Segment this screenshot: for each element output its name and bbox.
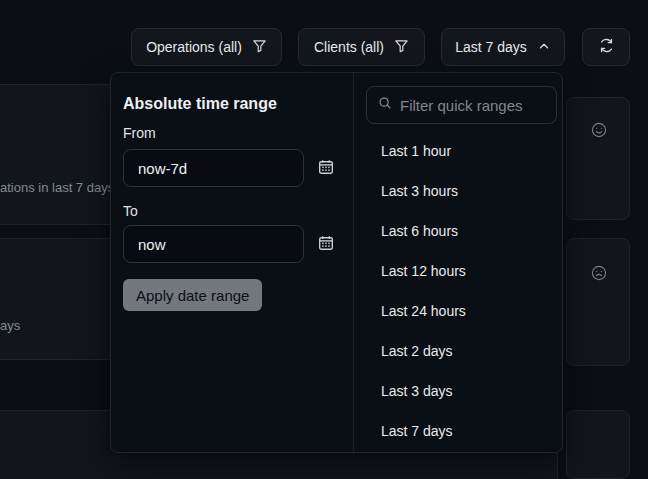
quick-range-option[interactable]: Last 24 hours <box>354 291 562 331</box>
quick-ranges-filter-input[interactable] <box>400 97 545 114</box>
background-stat-card <box>566 97 630 220</box>
to-input[interactable] <box>123 225 304 263</box>
stat-subtitle-fragment: ations in last 7 days <box>0 180 114 195</box>
to-calendar-button[interactable] <box>315 233 337 255</box>
from-label: From <box>123 125 156 141</box>
quick-range-option[interactable]: Last 2 days <box>354 331 562 371</box>
funnel-icon <box>252 38 267 56</box>
stat-subtitle-fragment: ays <box>0 318 20 333</box>
clients-filter-button[interactable]: Clients (all) <box>298 28 425 66</box>
dashboard-screen: ations in last 7 days ays Operations (al… <box>0 0 648 479</box>
from-input[interactable] <box>123 149 304 187</box>
frown-face-icon <box>591 265 607 285</box>
background-stat-card <box>566 410 630 479</box>
search-icon <box>378 96 392 114</box>
time-range-dropdown: Absolute time range From To <box>110 72 563 453</box>
clients-filter-label: Clients (all) <box>314 39 384 55</box>
chevron-up-icon <box>537 39 551 56</box>
operations-filter-label: Operations (all) <box>146 39 242 55</box>
quick-ranges-list: Last 1 hour Last 3 hours Last 6 hours La… <box>354 131 562 451</box>
quick-range-option[interactable]: Last 3 hours <box>354 171 562 211</box>
background-stat-card <box>566 238 630 366</box>
quick-ranges-section: Last 1 hour Last 3 hours Last 6 hours La… <box>354 73 562 452</box>
quick-range-option[interactable]: Last 12 hours <box>354 251 562 291</box>
calendar-icon <box>318 235 334 254</box>
operations-filter-button[interactable]: Operations (all) <box>131 28 282 66</box>
smiley-face-icon <box>591 122 607 142</box>
to-label: To <box>123 203 138 219</box>
calendar-icon <box>318 159 334 178</box>
time-range-label: Last 7 days <box>455 39 527 55</box>
time-range-picker-button[interactable]: Last 7 days <box>441 28 565 66</box>
apply-date-range-button[interactable]: Apply date range <box>123 279 262 311</box>
quick-range-option[interactable]: Last 7 days <box>354 411 562 451</box>
quick-ranges-search[interactable] <box>366 86 557 124</box>
funnel-icon <box>394 38 409 56</box>
absolute-time-range-heading: Absolute time range <box>123 95 277 113</box>
refresh-button[interactable] <box>582 28 630 66</box>
quick-range-option[interactable]: Last 1 hour <box>354 131 562 171</box>
from-calendar-button[interactable] <box>315 157 337 179</box>
refresh-icon <box>598 37 615 57</box>
absolute-time-range-section: Absolute time range From To <box>111 73 354 452</box>
quick-range-option[interactable]: Last 3 days <box>354 371 562 411</box>
quick-range-option[interactable]: Last 6 hours <box>354 211 562 251</box>
